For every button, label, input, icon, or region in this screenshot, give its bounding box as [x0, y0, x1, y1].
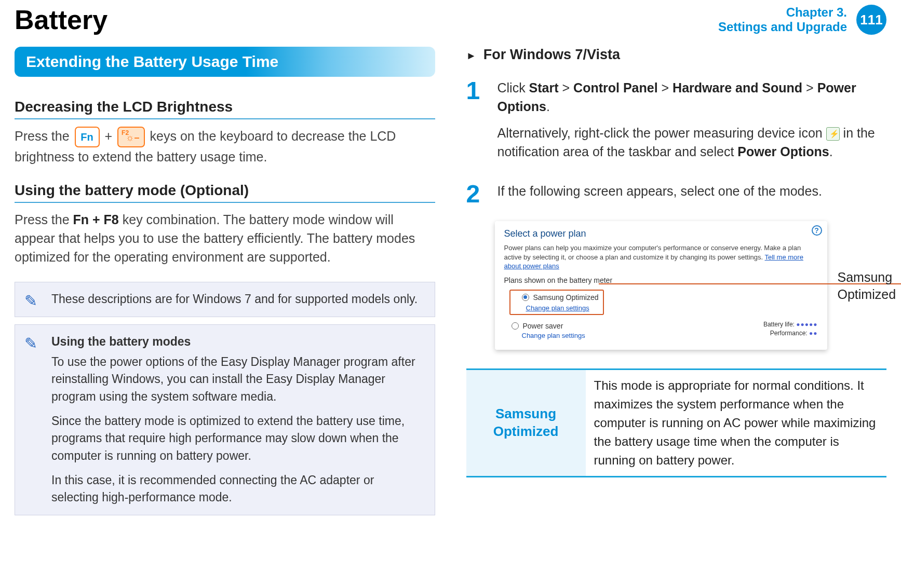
fn-f8-bold: Fn + F8	[73, 212, 119, 227]
note-icon: ✎	[24, 332, 37, 355]
note-p2: Since the battery mode is optimized to e…	[51, 413, 424, 464]
gt: >	[562, 80, 574, 95]
step-number: 2	[466, 182, 487, 208]
change-plan-link[interactable]: Change plan settings	[526, 304, 589, 312]
note-p3: In this case, it is recommended connecti…	[51, 472, 424, 507]
gt: >	[662, 80, 673, 95]
note-title: Using the battery modes	[51, 333, 424, 350]
lcd-paragraph: Press the Fn + F2 ☼– keys on the keyboar…	[15, 127, 435, 167]
f2-key-icon: F2 ☼–	[117, 127, 145, 147]
shot-desc: Power plans can help you maximize your c…	[504, 243, 818, 271]
mode-desc: This mode is appropriate for normal cond…	[586, 370, 887, 476]
plan-power-saver[interactable]: Power saver	[512, 320, 763, 332]
page-title: Battery	[15, 4, 107, 35]
txt: Alternatively, right-click the power mea…	[497, 126, 826, 140]
plan-label: Power saver	[523, 322, 563, 330]
b: Power Options	[737, 144, 829, 159]
performance-dots-icon: ●●	[809, 330, 818, 337]
power-tray-icon	[826, 127, 840, 141]
power-options-screenshot: ? Select a power plan Power plans can he…	[495, 221, 827, 350]
battery-life-label: Battery life:	[763, 321, 795, 328]
change-plan-link-2[interactable]: Change plan settings	[522, 332, 763, 339]
dot: .	[829, 144, 833, 159]
b: Start	[529, 80, 559, 95]
plan-ratings: Battery life: ●●●●● Performance: ●●	[763, 320, 818, 338]
section-banner: Extending the Battery Usage Time	[15, 47, 435, 77]
step2-text: If the following screen appears, select …	[497, 182, 822, 200]
chapter-line1: Chapter 3.	[718, 5, 847, 20]
shot-title: Select a power plan	[504, 228, 818, 239]
step-body: Click Start > Control Panel > Hardware a…	[497, 78, 887, 168]
left-column: Extending the Battery Usage Time Decreas…	[15, 47, 435, 523]
screenshot-wrap: ? Select a power plan Power plans can he…	[495, 221, 827, 350]
plus: +	[105, 129, 116, 143]
radio-icon[interactable]	[512, 322, 519, 330]
step-1: 1 Click Start > Control Panel > Hardware…	[466, 78, 887, 168]
chapter-block: Chapter 3. Settings and Upgrade	[718, 5, 847, 34]
note-box-1: ✎ These descriptions are for Windows 7 a…	[15, 282, 435, 317]
txt: Click	[497, 80, 529, 95]
step-2: 2 If the following screen appears, selec…	[466, 182, 887, 208]
gt: >	[806, 80, 817, 95]
battery-mode-paragraph: Press the Fn + F8 key combination. The b…	[15, 210, 435, 267]
note-icon: ✎	[24, 290, 37, 312]
heading-text: For Windows 7/Vista	[483, 47, 620, 62]
mode-table: Samsung Optimized This mode is appropria…	[466, 368, 887, 477]
desc-text: Power plans can help you maximize your c…	[504, 244, 801, 261]
f2-label: F2	[122, 129, 129, 138]
note-p1: To use the power options of the Easy Dis…	[51, 353, 424, 405]
note-text: These descriptions are for Windows 7 and…	[51, 291, 424, 308]
b: Control Panel	[573, 80, 658, 95]
header-right: Chapter 3. Settings and Upgrade 111	[718, 5, 886, 35]
heading-battery-mode: Using the battery mode (Optional)	[15, 182, 435, 203]
txt: Press the	[15, 129, 73, 143]
triangle-icon: ►	[466, 50, 477, 62]
page-number-badge: 111	[856, 5, 886, 35]
radio-selected-icon[interactable]	[522, 294, 529, 301]
step-body: If the following screen appears, select …	[497, 182, 822, 208]
heading-lcd: Decreasing the LCD Brightness	[15, 99, 435, 119]
right-column: ► For Windows 7/Vista 1 Click Start > Co…	[466, 47, 887, 523]
performance-label: Performance:	[770, 330, 808, 337]
txt: Press the	[15, 212, 73, 227]
battery-dots-icon: ●●●●●	[796, 321, 817, 328]
plan-samsung-optimized[interactable]: Samsung Optimized	[522, 292, 599, 303]
dot: .	[546, 99, 550, 114]
windows-heading: ► For Windows 7/Vista	[466, 47, 887, 63]
step-number: 1	[466, 78, 487, 168]
selected-plan-box: Samsung Optimized Change plan settings	[509, 290, 604, 315]
fn-key-icon: Fn	[75, 127, 100, 147]
note-box-2: ✎ Using the battery modes To use the pow…	[15, 324, 435, 515]
help-icon: ?	[812, 225, 822, 236]
mode-name: Samsung Optimized	[466, 370, 586, 476]
chapter-line2: Settings and Upgrade	[718, 20, 847, 34]
b: Hardware and Sound	[673, 80, 802, 95]
plan-label: Samsung Optimized	[533, 293, 599, 302]
callout-label: Samsung Optimized	[838, 269, 896, 303]
